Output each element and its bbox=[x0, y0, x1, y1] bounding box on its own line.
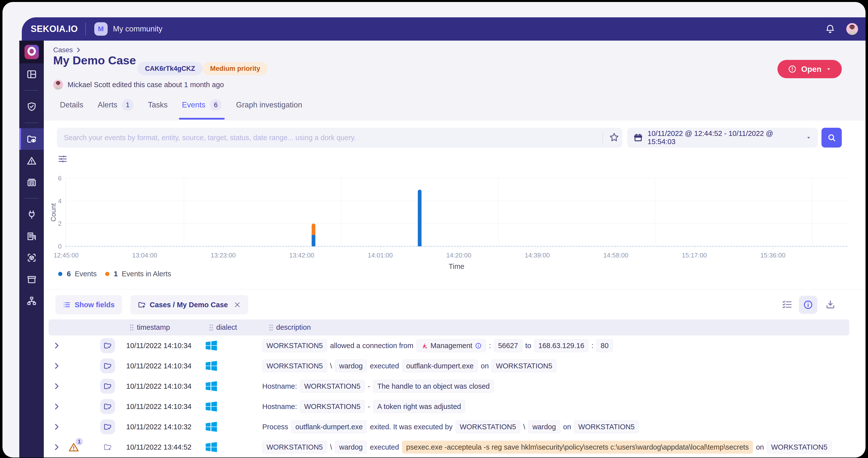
layout-grid-icon bbox=[27, 69, 37, 80]
value-chip[interactable]: WORKSTATION5 bbox=[262, 360, 327, 373]
bar-segment[interactable] bbox=[312, 224, 315, 235]
tab-alerts[interactable]: Alerts1 bbox=[98, 99, 134, 111]
folder-check-icon[interactable] bbox=[100, 359, 115, 373]
notifications-bell-icon[interactable] bbox=[825, 24, 835, 34]
value-chip[interactable]: WORKSTATION5 bbox=[574, 420, 639, 433]
column-header-description[interactable]: description bbox=[269, 319, 311, 336]
table-header: timestamp dialect description bbox=[49, 319, 849, 336]
sidebar-item-integrations[interactable] bbox=[19, 204, 44, 225]
search-button[interactable] bbox=[822, 128, 842, 147]
expand-chevron-icon[interactable] bbox=[53, 363, 60, 369]
description-cell: WORKSTATION5allowed a connection from Ma… bbox=[262, 339, 858, 352]
expand-chevron-icon[interactable] bbox=[53, 342, 60, 349]
value-chip[interactable]: wardog bbox=[528, 420, 560, 433]
sidebar-item-hierarchy[interactable] bbox=[19, 290, 44, 311]
tab-events[interactable]: Events6 bbox=[182, 99, 222, 111]
description-text: to bbox=[525, 342, 531, 350]
highlighted-command-chip[interactable]: psexec.exe -accepteula -s reg save hklm\… bbox=[402, 441, 753, 454]
tab-details[interactable]: Details bbox=[60, 101, 83, 109]
column-label: description bbox=[276, 323, 311, 332]
show-fields-button[interactable]: Show fields bbox=[55, 295, 122, 314]
sekoia-logo[interactable] bbox=[19, 40, 44, 63]
column-header-timestamp[interactable]: timestamp bbox=[129, 319, 170, 336]
info-icon[interactable] bbox=[799, 295, 817, 314]
case-filter-chip[interactable]: Cases / My Demo Case bbox=[130, 295, 248, 314]
download-icon[interactable] bbox=[823, 296, 838, 312]
expand-chevron-icon[interactable] bbox=[53, 423, 60, 430]
community-avatar[interactable]: M bbox=[94, 22, 107, 36]
community-selector[interactable]: My community bbox=[113, 25, 162, 33]
alert-warning-icon[interactable]: 1 bbox=[67, 441, 81, 453]
legend-label[interactable]: Events bbox=[75, 270, 97, 278]
close-icon[interactable] bbox=[234, 301, 241, 308]
sidebar-item-cases[interactable] bbox=[19, 128, 44, 150]
expand-chevron-icon[interactable] bbox=[53, 403, 60, 410]
value-chip[interactable]: WORKSTATION5 bbox=[767, 441, 832, 454]
column-header-dialect[interactable]: dialect bbox=[209, 319, 237, 336]
table-row[interactable]: 1 10/11/2022 13:44:52WORKSTATION5\wardog… bbox=[44, 437, 866, 457]
table-row[interactable]: 10/11/2022 14:10:34WORKSTATION5\wardogex… bbox=[44, 356, 866, 376]
expand-chevron-icon[interactable] bbox=[53, 443, 60, 451]
value-chip[interactable]: wardog bbox=[335, 360, 367, 373]
tab-graph-investigation[interactable]: Graph investigation bbox=[236, 101, 302, 109]
value-chip[interactable]: wardog bbox=[335, 441, 367, 454]
user-avatar[interactable] bbox=[846, 23, 858, 35]
intel-chip[interactable]: Management bbox=[416, 339, 486, 352]
sidebar-item-dashboard[interactable] bbox=[19, 63, 44, 85]
histogram-bar[interactable] bbox=[312, 224, 315, 246]
description-text: executed bbox=[370, 443, 399, 451]
value-chip[interactable]: outflank-dumpert.exe bbox=[291, 420, 367, 433]
breadcrumb[interactable]: Cases bbox=[53, 46, 81, 54]
value-chip[interactable]: The handle to an object was closed bbox=[373, 380, 494, 393]
folder-check-icon[interactable] bbox=[100, 338, 115, 353]
folder-check-icon[interactable] bbox=[100, 399, 115, 414]
open-status-button[interactable]: Open bbox=[777, 60, 842, 78]
sidebar-item-assets[interactable] bbox=[19, 247, 44, 268]
drag-handle-icon[interactable] bbox=[129, 324, 134, 331]
sidebar-item-intelligence[interactable] bbox=[19, 96, 44, 117]
value-chip[interactable]: WORKSTATION5 bbox=[262, 339, 327, 352]
value-chip[interactable]: WORKSTATION5 bbox=[456, 420, 520, 433]
expand-chevron-icon[interactable] bbox=[53, 383, 60, 390]
drag-handle-icon[interactable] bbox=[269, 324, 274, 331]
sidebar-item-archive[interactable] bbox=[19, 268, 44, 290]
bar-segment[interactable] bbox=[312, 235, 315, 246]
value-chip[interactable]: 56627 bbox=[494, 339, 522, 352]
chevron-down-icon bbox=[826, 66, 831, 72]
tab-tasks[interactable]: Tasks bbox=[148, 101, 167, 109]
value-chip[interactable]: outflank-dumpert.exe bbox=[402, 360, 478, 373]
value-chip[interactable]: 80 bbox=[596, 339, 613, 352]
value-chip[interactable]: 168.63.129.16 bbox=[534, 339, 588, 352]
histogram-bar[interactable] bbox=[418, 190, 422, 246]
sidebar-item-events[interactable] bbox=[19, 171, 44, 193]
search-input[interactable] bbox=[57, 128, 622, 147]
info-icon[interactable] bbox=[475, 342, 482, 349]
chart-settings-icon[interactable] bbox=[58, 154, 67, 164]
select-columns-icon[interactable] bbox=[779, 296, 795, 312]
table-row[interactable]: 10/11/2022 14:10:32Processoutflank-dumpe… bbox=[44, 417, 866, 437]
legend-label[interactable]: Events in Alerts bbox=[122, 270, 171, 278]
date-range-value: 10/11/2022 @ 12:44:52 - 10/11/2022 @ 15:… bbox=[648, 130, 801, 146]
folder-plus-icon[interactable] bbox=[100, 440, 115, 455]
description-text: on bbox=[563, 423, 571, 431]
table-row[interactable]: 10/11/2022 14:10:34Hostname:WORKSTATION5… bbox=[44, 376, 866, 396]
sidebar-item-organization[interactable] bbox=[19, 225, 44, 247]
legend-count: 6 bbox=[67, 270, 71, 278]
date-range-picker[interactable]: 10/11/2022 @ 12:44:52 - 10/11/2022 @ 15:… bbox=[627, 128, 818, 147]
sidebar-item-alerts[interactable] bbox=[19, 150, 44, 171]
value-chip[interactable]: WORKSTATION5 bbox=[300, 380, 365, 393]
drag-handle-icon[interactable] bbox=[209, 324, 214, 331]
folder-check-icon[interactable] bbox=[100, 379, 115, 394]
value-chip[interactable]: WORKSTATION5 bbox=[300, 400, 365, 413]
alert-count-badge: 1 bbox=[75, 438, 83, 446]
table-row[interactable]: 10/11/2022 14:10:34WORKSTATION5allowed a… bbox=[44, 336, 866, 356]
value-chip[interactable]: WORKSTATION5 bbox=[492, 360, 556, 373]
table-row[interactable]: 10/11/2022 14:10:34Hostname:WORKSTATION5… bbox=[44, 396, 866, 417]
show-fields-label: Show fields bbox=[75, 301, 115, 309]
folder-check-icon[interactable] bbox=[100, 419, 115, 434]
bar-segment[interactable] bbox=[418, 190, 422, 246]
breadcrumb-cases[interactable]: Cases bbox=[53, 46, 73, 54]
value-chip[interactable]: A token right was adjusted bbox=[373, 400, 465, 413]
value-chip[interactable]: WORKSTATION5 bbox=[262, 441, 327, 454]
star-icon[interactable] bbox=[609, 132, 620, 143]
